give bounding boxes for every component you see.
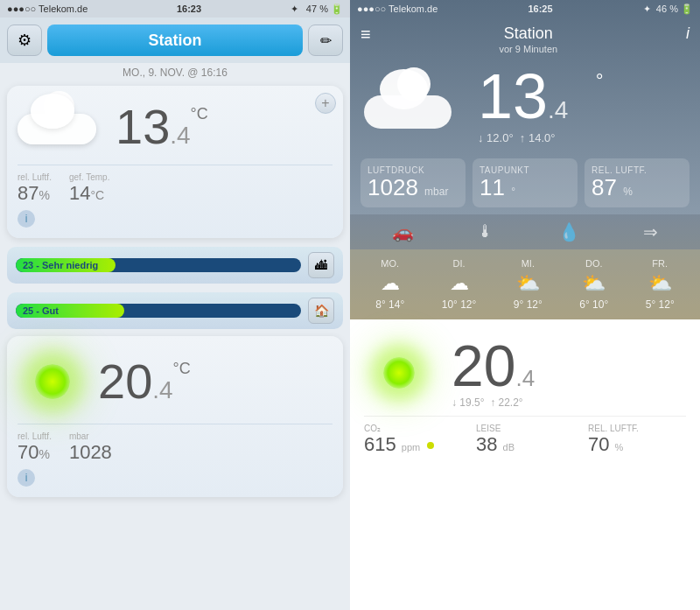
hamburger-button[interactable]: ≡	[360, 25, 371, 45]
forecast-day-3: DO. ⛅ 6° 10°	[579, 258, 608, 311]
edit-button[interactable]: ✏	[308, 25, 343, 56]
aqi-icon-indoor[interactable]: 🏠	[308, 298, 334, 324]
right-panel: ●●●○○ Telekom.de 16:25 ✦ 46 % 🔋 ≡ Statio…	[350, 0, 700, 610]
forecast-day-4: FR. ⛅ 5° 12°	[646, 258, 675, 311]
aqi-progress-indoor: 25 - Gut	[16, 304, 301, 318]
cloud-icon-right	[364, 72, 460, 137]
right-stat-dewpoint: TAUPUNKT 11 °	[472, 158, 578, 207]
top-bar: ⚙ Station ✏	[0, 18, 350, 63]
gear-icon: ⚙	[18, 31, 32, 50]
right-indoor-co2: CO₂ 615 ppm	[364, 424, 462, 456]
carrier-right: ●●●○○ Telekom.de	[357, 4, 438, 14]
right-header: ≡ Station vor 9 Minuten i	[350, 18, 700, 58]
right-stats-row: LUFTDRUCK 1028 mbar TAUPUNKT 11 ° REL. L…	[350, 151, 700, 214]
forecast-icon-rain[interactable]: 💧	[558, 221, 580, 242]
info-button-indoor[interactable]: i	[18, 469, 35, 487]
cloud-icon-outdoor	[18, 96, 105, 158]
indoor-weather-card: 20.4 °C rel. Luftf. 70% mbar 1028 i	[7, 336, 343, 497]
outdoor-temp-value: 13.4 °C	[116, 102, 191, 151]
outdoor-temp: 13.4 °C	[116, 102, 191, 151]
status-bar-right: ●●●○○ Telekom.de 16:25 ✦ 46 % 🔋	[350, 0, 700, 18]
left-panel: ●●●○○ Telekom.de 16:23 ✦ 47 % 🔋 ⚙ Statio…	[0, 0, 350, 610]
edit-icon: ✏	[320, 32, 332, 49]
outdoor-weather-card: + 13.4 °C rel. Luftf. 87%	[7, 86, 343, 238]
time-right: 16:25	[528, 4, 552, 14]
right-indoor-stats: CO₂ 615 ppm LEISE 38 dB REL. LUFTF. 70 %	[364, 416, 686, 463]
right-indoor-section: 20.4 ↓ 19.5° ↑ 22.2° CO₂ 615 ppm LEISE	[350, 319, 700, 610]
forecast-icon-temp[interactable]: 🌡	[477, 221, 494, 242]
plus-button[interactable]: +	[315, 93, 336, 114]
right-indoor-range: ↓ 19.5° ↑ 22.2°	[452, 396, 535, 409]
aqi-fill-outdoor: 23 - Sehr niedrig	[16, 258, 116, 272]
gear-button[interactable]: ⚙	[7, 25, 42, 56]
right-station-name: Station	[500, 25, 558, 43]
forecast-icon-car[interactable]: 🚗	[392, 221, 414, 242]
forecast-icon-wind[interactable]: ⇒	[643, 221, 658, 242]
info-button-outdoor[interactable]: i	[18, 210, 35, 228]
status-bar-left: ●●●○○ Telekom.de 16:23 ✦ 47 % 🔋	[0, 0, 350, 18]
aqi-icon-outdoor[interactable]: 🏙	[308, 252, 334, 278]
right-stat-humidity: REL. LUFTF. 87 %	[584, 158, 690, 207]
right-title: Station vor 9 Minuten	[500, 25, 558, 54]
station-label: Station	[149, 32, 202, 50]
aqi-fill-indoor: 25 - Gut	[16, 304, 124, 318]
forecast-day-2: MI. ⛅ 9° 12°	[514, 258, 542, 311]
forecast-icons-row: 🚗 🌡 💧 ⇒	[350, 214, 700, 249]
time-left: 16:23	[177, 4, 201, 14]
aqi-bar-indoor: 25 - Gut 🏠	[7, 292, 343, 329]
right-weather-main: 13.4 ° ↓ 12.0° ↑ 14.0°	[350, 58, 700, 151]
info-button-right[interactable]: i	[686, 25, 690, 43]
right-indoor-noise: LEISE 38 dB	[476, 424, 574, 456]
station-button[interactable]: Station	[47, 25, 303, 56]
indoor-glow-dot	[18, 347, 88, 417]
right-indoor-humidity: REL. LUFTF. 70 %	[588, 424, 686, 456]
battery-right: ✦ 46 % 🔋	[643, 4, 693, 15]
forecast-day-1: DI. ☁ 10° 12°	[442, 258, 477, 311]
right-temp-range: ↓ 12.0° ↑ 14.0°	[478, 131, 568, 144]
outdoor-stats: rel. Luftf. 87% gef. Temp. 14°C	[18, 165, 332, 205]
forecast-day-0: MO. ☁ 8° 14°	[375, 258, 404, 311]
indoor-temp: 20.4 °C	[98, 357, 173, 406]
aqi-bar-outdoor: 23 - Sehr niedrig 🏙	[7, 247, 343, 284]
right-indoor-temp: 20.4 ↓ 19.5° ↑ 22.2°	[452, 337, 535, 409]
co2-dot	[427, 442, 434, 449]
aqi-progress-outdoor: 23 - Sehr niedrig	[16, 258, 301, 272]
right-glow-dot	[364, 338, 434, 408]
date-display: MO., 9. NOV. @ 16:16	[0, 63, 350, 82]
right-temp-display: 13.4 ° ↓ 12.0° ↑ 14.0°	[478, 65, 568, 144]
right-stat-pressure: LUFTDRUCK 1028 mbar	[360, 158, 466, 207]
right-subtitle: vor 9 Minuten	[500, 44, 558, 54]
forecast-row: MO. ☁ 8° 14° DI. ☁ 10° 12° MI. ⛅ 9° 12° …	[350, 249, 700, 319]
right-indoor-main: 20.4 ↓ 19.5° ↑ 22.2°	[364, 330, 686, 416]
carrier-left: ●●●○○ Telekom.de	[7, 4, 88, 14]
battery-left: ✦ 47 % 🔋	[290, 4, 343, 15]
right-temp-value: 13.4 °	[478, 65, 568, 128]
indoor-stats: rel. Luftf. 70% mbar 1028	[18, 424, 332, 464]
